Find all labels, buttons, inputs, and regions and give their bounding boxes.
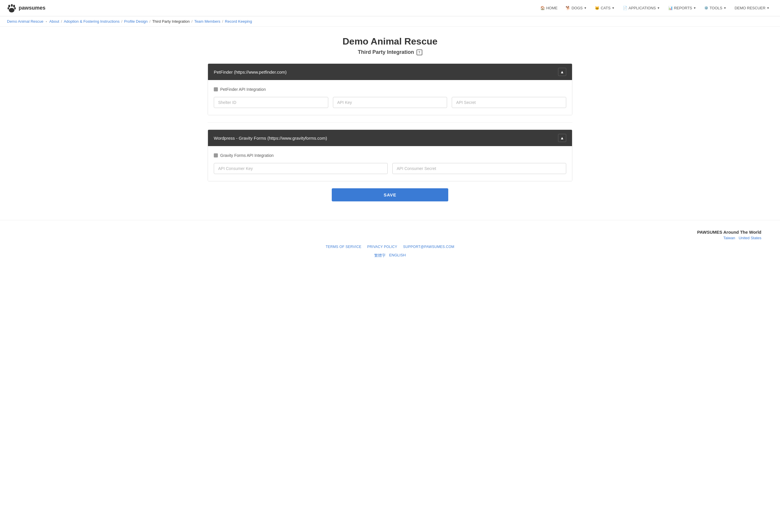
shelter-id-input[interactable] (214, 97, 328, 108)
breadcrumb-bar: Demo Animal Rescue - About / Adoption & … (0, 16, 780, 27)
nav-link-dogs[interactable]: DOGS ▼ (562, 3, 590, 12)
api-key-field (333, 97, 447, 108)
gravity-header[interactable]: Wordpress - Gravity Forms (https://www.g… (208, 130, 572, 146)
nav-link-reports[interactable]: REPORTS ▼ (665, 3, 700, 12)
svg-point-2 (13, 5, 15, 7)
tools-nav-label: TOOLS (710, 6, 722, 10)
demo-rescuer-label: DEMO RESCUER (735, 6, 766, 10)
dogs-nav-label: DOGS (572, 6, 583, 10)
applications-nav-label: APPLICATIONS (629, 6, 656, 10)
footer-links: TERMS OF SERVICE PRIVACY POLICY SUPPORT@… (7, 245, 773, 249)
petfinder-body: PetFinder API Integration (208, 80, 572, 115)
breadcrumb-record-keeping[interactable]: Record Keeping (225, 19, 252, 23)
save-section: SAVE (208, 188, 572, 206)
petfinder-subtitle-label: PetFinder API Integration (220, 87, 265, 92)
gravity-subtitle: Gravity Forms API Integration (214, 153, 566, 158)
footer-world: PAWSUMES Around The World Taiwan United … (7, 230, 761, 240)
save-button[interactable]: SAVE (332, 188, 448, 201)
subtitle-text: Third Party Integration (358, 49, 414, 55)
breadcrumb-profile-design[interactable]: Profile Design (124, 19, 148, 23)
page-title: Demo Animal Rescue (208, 36, 572, 47)
footer-privacy[interactable]: PRIVACY POLICY (367, 245, 397, 249)
api-consumer-key-field (214, 163, 388, 174)
gravity-subtitle-label: Gravity Forms API Integration (220, 153, 274, 158)
gravity-bullet-icon (214, 153, 218, 157)
petfinder-form-row (214, 97, 566, 108)
nav-item-cats[interactable]: CATS ▼ (591, 3, 618, 12)
nav-link-applications[interactable]: APPLICATIONS ▼ (619, 3, 664, 12)
gravity-panel: Wordpress - Gravity Forms (https://www.g… (208, 129, 572, 181)
breadcrumb: Demo Animal Rescue - About / Adoption & … (7, 19, 773, 23)
svg-point-4 (14, 7, 16, 9)
svg-point-0 (8, 5, 10, 7)
breadcrumb-adoption[interactable]: Adoption & Fostering Instructions (64, 19, 120, 23)
svg-point-5 (9, 8, 14, 12)
footer-world-title: PAWSUMES Around The World (7, 230, 761, 234)
brand-name: pawsumes (19, 5, 45, 11)
footer: PAWSUMES Around The World Taiwan United … (0, 220, 780, 267)
api-consumer-secret-input[interactable] (392, 163, 566, 174)
footer-world-links: Taiwan United States (7, 236, 761, 240)
svg-point-3 (8, 7, 9, 9)
page-subtitle: Third Party Integration ? (208, 49, 572, 55)
breadcrumb-sep-4: / (191, 19, 193, 23)
breadcrumb-sep-5: / (222, 19, 223, 23)
demo-rescuer-caret: ▼ (767, 6, 770, 10)
gravity-collapse-button[interactable]: ▲ (558, 134, 566, 142)
breadcrumb-sep-3: / (149, 19, 151, 23)
breadcrumb-sep-1: / (61, 19, 62, 23)
cats-caret: ▼ (612, 6, 615, 10)
petfinder-panel: PetFinder (https://www.petfinder.com) ▲ … (208, 63, 572, 115)
breadcrumb-sep-2: / (121, 19, 122, 23)
footer-lang-english[interactable]: ENGLISH (389, 253, 406, 258)
breadcrumb-third-party: Third Party Integration (152, 19, 190, 23)
nav-links: HOME DOGS ▼ CATS ▼ APPLICATIONS ▼ REPORT… (537, 3, 773, 12)
nav-item-dogs[interactable]: DOGS ▼ (562, 3, 590, 12)
api-consumer-secret-field (392, 163, 566, 174)
api-key-input[interactable] (333, 97, 447, 108)
applications-caret: ▼ (657, 6, 660, 10)
brand-logo[interactable]: pawsumes (7, 3, 45, 13)
shelter-id-field (214, 97, 328, 108)
nav-item-demo-rescuer[interactable]: DEMO RESCUER ▼ (731, 3, 773, 12)
nav-link-demo-rescuer[interactable]: DEMO RESCUER ▼ (731, 3, 773, 12)
nav-link-tools[interactable]: TOOLS ▼ (701, 3, 730, 12)
petfinder-bullet-icon (214, 87, 218, 91)
footer-link-united-states[interactable]: United States (739, 236, 761, 240)
page-content: Demo Animal Rescue Third Party Integrati… (201, 27, 579, 220)
petfinder-header[interactable]: PetFinder (https://www.petfinder.com) ▲ (208, 64, 572, 80)
breadcrumb-dash: - (46, 19, 47, 23)
paw-icon (7, 3, 16, 13)
breadcrumb-team-members[interactable]: Team Members (194, 19, 221, 23)
nav-link-cats[interactable]: CATS ▼ (591, 3, 618, 12)
footer-link-taiwan[interactable]: Taiwan (723, 236, 735, 240)
nav-link-home[interactable]: HOME (537, 3, 561, 12)
api-consumer-key-input[interactable] (214, 163, 388, 174)
help-icon[interactable]: ? (417, 49, 422, 55)
cats-nav-label: CATS (600, 6, 611, 10)
footer-lang: 繁體字 ENGLISH (7, 253, 773, 258)
gravity-form-row (214, 163, 566, 174)
petfinder-subtitle: PetFinder API Integration (214, 87, 566, 92)
breadcrumb-about[interactable]: About (49, 19, 59, 23)
nav-item-applications[interactable]: APPLICATIONS ▼ (619, 3, 664, 12)
reports-nav-label: REPORTS (674, 6, 692, 10)
dogs-caret: ▼ (584, 6, 587, 10)
reports-caret: ▼ (693, 6, 696, 10)
nav-item-reports[interactable]: REPORTS ▼ (665, 3, 700, 12)
breadcrumb-demo-rescue[interactable]: Demo Animal Rescue (7, 19, 43, 23)
footer-support[interactable]: SUPPORT@PAWSUMES.COM (403, 245, 454, 249)
gravity-header-label: Wordpress - Gravity Forms (https://www.g… (214, 136, 327, 141)
api-secret-input[interactable] (452, 97, 566, 108)
api-secret-field (452, 97, 566, 108)
section-divider (208, 122, 572, 122)
nav-item-home[interactable]: HOME (537, 3, 561, 12)
footer-lang-chinese[interactable]: 繁體字 (374, 253, 386, 258)
petfinder-header-label: PetFinder (https://www.petfinder.com) (214, 69, 287, 74)
svg-point-1 (11, 4, 12, 6)
nav-item-tools[interactable]: TOOLS ▼ (701, 3, 730, 12)
tools-caret: ▼ (724, 6, 726, 10)
gravity-body: Gravity Forms API Integration (208, 146, 572, 181)
footer-tos[interactable]: TERMS OF SERVICE (326, 245, 361, 249)
petfinder-collapse-button[interactable]: ▲ (558, 68, 566, 76)
